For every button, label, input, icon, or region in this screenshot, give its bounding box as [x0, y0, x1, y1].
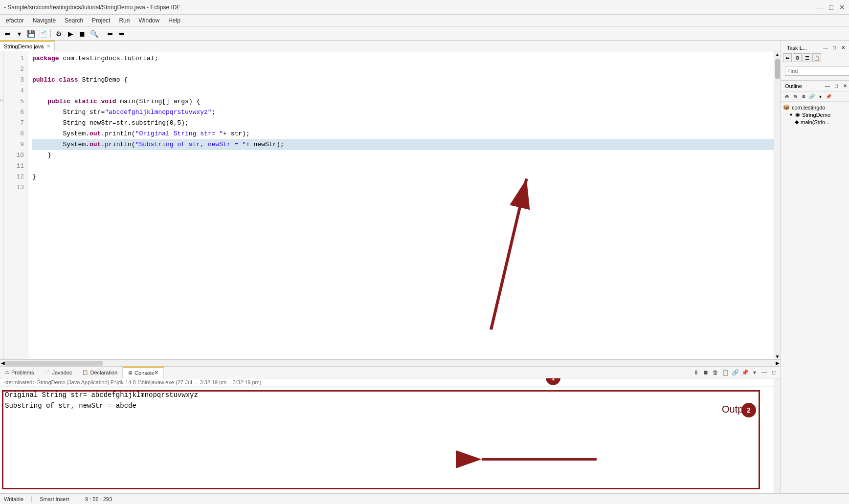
- outline-actions: — □ ✕: [824, 82, 849, 90]
- title-bar: - Sample/src/com/testingdocs/tutorial/St…: [0, 0, 849, 15]
- find-input[interactable]: [785, 66, 849, 76]
- expand-arrow-icon: ▼: [789, 112, 793, 117]
- bottom-action-clear[interactable]: 🗑: [711, 368, 720, 377]
- bottom-tab-actions: ⏸ ⏹ 🗑 📋 🔗 📌 ▾ — □: [692, 368, 781, 377]
- task-list-tab[interactable]: Task L...: [783, 44, 811, 52]
- window-title: - Sample/src/com/testingdocs/tutorial/St…: [4, 4, 180, 11]
- editor-vertical-scrollbar[interactable]: ▲ ▼: [774, 51, 781, 359]
- outline-toolbar: ⊕ ⊖ ⚙ 🔗 ▾ 📌: [781, 91, 849, 102]
- console-icon: 🖥: [128, 370, 133, 375]
- code-line-9: System.out.println("Substring of str, ne…: [32, 139, 774, 150]
- tab-javadoc[interactable]: 📄 Javadoc: [39, 367, 77, 378]
- outline-btn-1[interactable]: ⊕: [783, 92, 791, 100]
- console-line-2: Substring of str, newStr = abcde: [5, 400, 776, 411]
- editor-tab-close[interactable]: ✕: [46, 44, 50, 49]
- menu-refactor[interactable]: efactor: [2, 16, 28, 25]
- toolbar-btn-10[interactable]: ➡: [116, 28, 127, 39]
- code-line-12: }: [32, 172, 774, 182]
- task-minimize-btn[interactable]: —: [822, 44, 829, 52]
- outline-tab[interactable]: Outline: [781, 82, 806, 90]
- outline-minimize-btn[interactable]: —: [824, 82, 831, 90]
- toolbar-btn-5[interactable]: ⚙: [53, 28, 64, 39]
- h-scroll-left-btn[interactable]: ◀: [1, 360, 5, 366]
- editor-horizontal-scrollbar[interactable]: ◀ ▶: [0, 359, 781, 366]
- task-list-toolbar: ⬅ ⚙ ☰ 📋: [783, 53, 847, 62]
- outline-class-label: StringDemo: [802, 112, 830, 118]
- toolbar-btn-8[interactable]: 🔍: [89, 28, 99, 39]
- code-line-11: [32, 161, 774, 172]
- bottom-action-maximize[interactable]: □: [770, 368, 779, 377]
- bottom-action-5[interactable]: 🔗: [731, 368, 739, 377]
- status-insert: Smart Insert: [40, 496, 69, 502]
- outline-item-class[interactable]: ▼ ◉ StringDemo: [783, 111, 847, 118]
- bottom-action-4[interactable]: 📋: [721, 368, 730, 377]
- outline-btn-5[interactable]: ▾: [816, 92, 824, 100]
- tab-problems[interactable]: ⚠ Problems: [0, 367, 39, 378]
- maximize-button[interactable]: □: [829, 3, 833, 11]
- code-content-area[interactable]: package com.testingdocs.tutorial; public…: [28, 51, 774, 359]
- console-line-1: Original String str= abcdefghijklmnopqrs…: [5, 390, 776, 400]
- task-toolbar-4[interactable]: 📋: [812, 53, 821, 62]
- scroll-thumb[interactable]: [775, 59, 780, 79]
- outline-package-label: com.testingdo: [792, 105, 825, 110]
- task-list-section: Task L... — □ ✕ ⬅ ⚙ ☰ 📋 ▶ All Ac: [781, 41, 849, 80]
- toolbar-btn-6[interactable]: ▶: [65, 28, 76, 39]
- code-line-1: package com.testingdocs.tutorial;: [32, 53, 774, 64]
- code-line-4: [32, 86, 774, 96]
- outline-panel: Outline — □ ✕ ⊕ ⊖ ⚙ 🔗 ▾ 📌 📦 com.testingd…: [781, 80, 849, 493]
- code-line-8: System.out.println("Original String str=…: [32, 129, 774, 139]
- scroll-down-btn[interactable]: ▼: [775, 353, 781, 359]
- outline-item-package[interactable]: 📦 com.testingdo: [783, 104, 847, 111]
- menu-run[interactable]: Run: [115, 16, 134, 25]
- tab-console-close[interactable]: ✕: [154, 370, 158, 376]
- outline-btn-2[interactable]: ⊖: [791, 92, 799, 100]
- toolbar-btn-save[interactable]: 💾: [25, 28, 36, 39]
- bottom-action-1[interactable]: ⏸: [692, 368, 700, 377]
- outline-close-btn[interactable]: ✕: [841, 82, 849, 90]
- editor-area: StringDemo.java ✕ ▷: [0, 41, 781, 493]
- task-close-btn[interactable]: ✕: [839, 44, 847, 52]
- tab-console[interactable]: 🖥 Console ✕: [123, 367, 164, 378]
- task-maximize-btn[interactable]: □: [830, 44, 838, 52]
- task-toolbar-2[interactable]: ⚙: [793, 53, 802, 62]
- tab-declaration[interactable]: 📋 Declaration: [77, 367, 123, 378]
- minimize-button[interactable]: —: [817, 3, 824, 11]
- class-icon: ◉: [795, 111, 800, 118]
- toolbar-btn-7[interactable]: ◼: [77, 28, 88, 39]
- bottom-action-stop[interactable]: ⏹: [701, 368, 710, 377]
- tab-console-label: Console: [134, 370, 154, 376]
- outline-btn-3[interactable]: ⚙: [800, 92, 807, 100]
- toolbar-btn-1[interactable]: ⬅: [2, 28, 13, 39]
- menu-search[interactable]: Search: [61, 16, 87, 25]
- task-list-actions: — □ ✕: [822, 44, 847, 52]
- outline-item-method[interactable]: ◆ main(Strin...: [783, 118, 847, 126]
- menu-window[interactable]: Window: [134, 16, 163, 25]
- console-vertical-scrollbar[interactable]: [774, 378, 781, 493]
- outline-content: 📦 com.testingdo ▼ ◉ StringDemo ◆ main(St…: [781, 102, 849, 128]
- toolbar-btn-4[interactable]: 📄: [37, 28, 48, 39]
- toolbar-btn-9[interactable]: ⬅: [105, 28, 115, 39]
- scroll-up-btn[interactable]: ▲: [775, 51, 781, 57]
- tab-problems-label: Problems: [11, 370, 34, 375]
- task-toolbar-3[interactable]: ☰: [803, 53, 811, 62]
- task-toolbar-1[interactable]: ⬅: [783, 53, 792, 62]
- h-scroll-right-btn[interactable]: ▶: [776, 360, 780, 366]
- bottom-action-6[interactable]: 📌: [740, 368, 749, 377]
- outline-btn-6[interactable]: 📌: [825, 92, 832, 100]
- editor-tab-stringdemo[interactable]: StringDemo.java ✕: [0, 41, 55, 51]
- menu-navigate[interactable]: Navigate: [29, 16, 60, 25]
- bottom-panel: ⚠ Problems 📄 Javadoc 📋 Declaration 🖥 Con…: [0, 366, 781, 493]
- status-mode: Writable: [4, 496, 23, 502]
- code-line-13: [32, 182, 774, 193]
- close-button[interactable]: ✕: [839, 3, 845, 11]
- bottom-action-minimize[interactable]: —: [760, 368, 769, 377]
- outline-btn-4[interactable]: 🔗: [808, 92, 816, 100]
- code-line-10: }: [32, 150, 774, 161]
- h-scroll-thumb[interactable]: [5, 361, 103, 366]
- menu-help[interactable]: Help: [164, 16, 184, 25]
- toolbar-btn-2[interactable]: ▾: [14, 28, 24, 39]
- outline-maximize-btn[interactable]: □: [832, 82, 840, 90]
- console-area: <terminated> StringDemo [Java Applicatio…: [0, 378, 781, 493]
- menu-project[interactable]: Project: [88, 16, 114, 25]
- bottom-action-7[interactable]: ▾: [750, 368, 759, 377]
